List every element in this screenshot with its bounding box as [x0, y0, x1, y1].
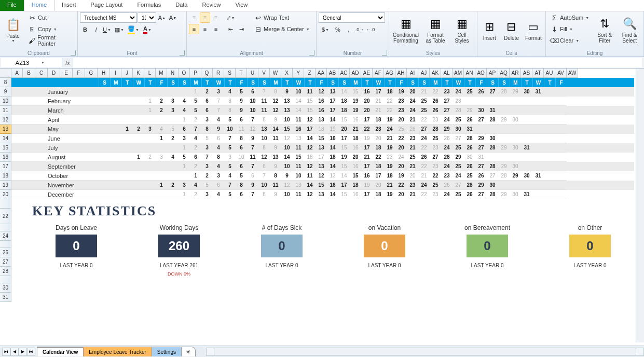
calendar-day-cell[interactable]: 4	[167, 153, 179, 162]
row-header[interactable]: 11	[0, 106, 11, 115]
font-dialog-launcher[interactable]	[180, 50, 185, 56]
calendar-day-cell[interactable]: 21	[407, 190, 418, 199]
tab-data[interactable]: Data	[168, 0, 195, 11]
calendar-day-cell[interactable]: 4	[213, 190, 224, 199]
calendar-day-cell[interactable]: 17	[361, 162, 373, 171]
find-select-button[interactable]: 🔍Find & Select	[618, 12, 641, 47]
calendar-day-cell[interactable]: 17	[316, 153, 327, 162]
row-header[interactable]: 12	[0, 115, 11, 125]
calendar-day-cell[interactable]: 7	[247, 115, 258, 125]
row-header[interactable]: 16	[0, 153, 11, 162]
calendar-day-cell[interactable]: 6	[213, 181, 224, 190]
calendar-day-cell[interactable]: 1	[156, 134, 167, 143]
calendar-day-cell[interactable]: 10	[247, 97, 258, 106]
decrease-font-button[interactable]: A▼	[168, 12, 178, 23]
calendar-day-cell[interactable]: 28	[464, 134, 475, 143]
calendar-day-cell[interactable]: 10	[293, 171, 304, 181]
row-header[interactable]: 8	[0, 78, 11, 87]
calendar-day-cell[interactable]	[544, 106, 555, 115]
calendar-day-cell[interactable]	[544, 171, 555, 181]
calendar-day-cell[interactable]: 18	[350, 134, 361, 143]
sheet-tab-tracker[interactable]: Employee Leave Tracker	[83, 347, 152, 356]
calendar-day-cell[interactable]: 26	[475, 171, 487, 181]
calendar-day-cell[interactable]	[133, 97, 144, 106]
calendar-day-cell[interactable]: 15	[338, 115, 350, 125]
merge-center-button[interactable]: ⊟Merge & Center▼	[252, 24, 312, 34]
calendar-day-cell[interactable]: 1	[179, 143, 190, 153]
calendar-day-cell[interactable]	[532, 106, 544, 115]
calendar-day-cell[interactable]: 3	[213, 171, 224, 181]
calendar-day-cell[interactable]: 1	[121, 125, 133, 134]
calendar-day-cell[interactable]: 12	[304, 115, 316, 125]
calendar-day-cell[interactable]: 21	[418, 171, 430, 181]
calendar-day-cell[interactable]	[110, 115, 121, 125]
calendar-day-cell[interactable]: 20	[395, 143, 407, 153]
calendar-day-cell[interactable]: 20	[395, 162, 407, 171]
calendar-day-cell[interactable]: 19	[327, 125, 338, 134]
calendar-day-cell[interactable]: 4	[179, 106, 190, 115]
calendar-day-cell[interactable]: 19	[384, 115, 395, 125]
calendar-day-cell[interactable]: 9	[224, 153, 236, 162]
column-header[interactable]: AO	[475, 68, 487, 78]
calendar-day-cell[interactable]: 18	[327, 153, 338, 162]
comma-button[interactable]: ,	[344, 24, 354, 35]
calendar-day-cell[interactable]: 21	[350, 125, 361, 134]
calendar-day-cell[interactable]: 25	[418, 106, 430, 115]
calendar-day-cell[interactable]	[555, 190, 567, 199]
sheet-tab-settings[interactable]: Settings	[152, 347, 182, 356]
calendar-day-cell[interactable]: 17	[338, 134, 350, 143]
column-header[interactable]: AR	[510, 68, 521, 78]
calendar-day-cell[interactable]	[144, 115, 156, 125]
calendar-day-cell[interactable]: 27	[487, 87, 498, 97]
calendar-day-cell[interactable]	[167, 87, 179, 97]
calendar-day-cell[interactable]	[121, 162, 133, 171]
calendar-day-cell[interactable]: 11	[304, 171, 316, 181]
fx-icon[interactable]: fx	[65, 60, 70, 66]
calendar-day-cell[interactable]	[99, 143, 110, 153]
calendar-day-cell[interactable]	[179, 171, 190, 181]
calendar-day-cell[interactable]: 10	[281, 190, 293, 199]
border-button[interactable]: ▦▼	[113, 24, 126, 35]
calendar-day-cell[interactable]: 9	[281, 87, 293, 97]
calendar-day-cell[interactable]	[544, 162, 555, 171]
calendar-day-cell[interactable]: 17	[361, 143, 373, 153]
row-header[interactable]: 18	[0, 171, 11, 181]
bold-button[interactable]: B	[80, 24, 90, 35]
align-right-button[interactable]: ≡	[211, 24, 221, 34]
align-center-button[interactable]: ≡	[200, 24, 210, 34]
calendar-day-cell[interactable]	[532, 134, 544, 143]
calendar-day-cell[interactable]: 6	[236, 190, 247, 199]
calendar-day-cell[interactable]: 14	[327, 190, 338, 199]
calendar-day-cell[interactable]: 6	[247, 87, 258, 97]
calendar-day-cell[interactable]: 18	[316, 125, 327, 134]
calendar-day-cell[interactable]: 8	[236, 181, 247, 190]
column-header[interactable]: AD	[350, 68, 361, 78]
column-header[interactable]: AA	[316, 68, 327, 78]
calendar-day-cell[interactable]: 30	[487, 181, 498, 190]
calendar-day-cell[interactable]: 8	[224, 97, 236, 106]
calendar-day-cell[interactable]	[555, 106, 567, 115]
calendar-day-cell[interactable]: 6	[236, 143, 247, 153]
row-header[interactable]: 28	[0, 267, 11, 276]
calendar-day-cell[interactable]	[99, 190, 110, 199]
calendar-day-cell[interactable]: 2	[190, 143, 201, 153]
column-header[interactable]: AP	[487, 68, 498, 78]
column-header[interactable]: F	[73, 68, 85, 78]
calendar-day-cell[interactable]	[99, 181, 110, 190]
calendar-day-cell[interactable]: 4	[190, 181, 201, 190]
calendar-day-cell[interactable]: 11	[236, 125, 247, 134]
column-header[interactable]: J	[121, 68, 133, 78]
calendar-day-cell[interactable]: 15	[304, 97, 316, 106]
calendar-day-cell[interactable]: 24	[441, 162, 453, 171]
calendar-day-cell[interactable]	[144, 87, 156, 97]
calendar-day-cell[interactable]: 7	[190, 125, 201, 134]
calendar-day-cell[interactable]: 9	[247, 181, 258, 190]
calendar-day-cell[interactable]: 29	[441, 125, 453, 134]
calendar-day-cell[interactable]	[532, 153, 544, 162]
calendar-day-cell[interactable]: 21	[373, 97, 384, 106]
calendar-day-cell[interactable]: 3	[213, 87, 224, 97]
calendar-day-cell[interactable]	[555, 162, 567, 171]
calendar-day-cell[interactable]: 14	[327, 143, 338, 153]
calendar-day-cell[interactable]	[110, 171, 121, 181]
calendar-day-cell[interactable]: 25	[407, 153, 418, 162]
